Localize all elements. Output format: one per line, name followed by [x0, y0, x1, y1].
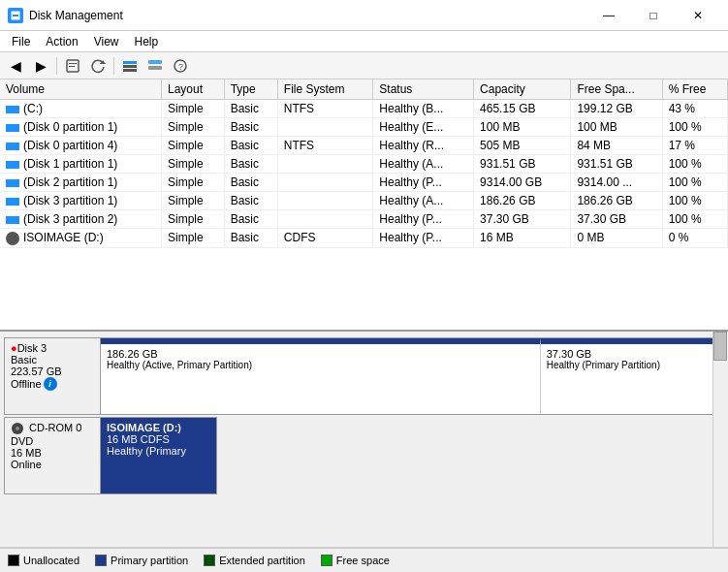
- vol-icon: [6, 198, 19, 206]
- menu-view[interactable]: View: [86, 33, 127, 50]
- disk3-info-icon[interactable]: i: [44, 377, 57, 391]
- cell-volume: (Disk 1 partition 1): [0, 155, 161, 174]
- help-button[interactable]: ?: [169, 55, 192, 77]
- volumes-table: Volume Layout Type File System Status Ca…: [0, 79, 728, 248]
- cell-free: 37.30 GB: [571, 210, 662, 229]
- disk3-p1-size: 186.26 GB: [107, 348, 534, 360]
- table-row[interactable]: (Disk 2 partition 1) Simple Basic Health…: [0, 174, 728, 192]
- properties-button[interactable]: [61, 55, 84, 77]
- scrollbar-track[interactable]: [712, 332, 728, 547]
- disk3-partition-1[interactable]: 186.26 GB Healthy (Active, Primary Parti…: [101, 338, 541, 414]
- legend-freespace: Free space: [321, 555, 390, 566]
- cell-volume: (C:): [0, 100, 161, 118]
- col-capacity[interactable]: Capacity: [474, 79, 571, 100]
- disk3-red-dot: ●: [11, 342, 17, 354]
- cell-fs: NTFS: [277, 137, 373, 155]
- cell-capacity: 505 MB: [474, 137, 571, 155]
- col-filesystem[interactable]: File System: [277, 79, 373, 100]
- cell-layout: Simple: [161, 192, 224, 210]
- table-row[interactable]: ISOIMAGE (D:) Simple Basic CDFS Healthy …: [0, 229, 728, 248]
- cell-layout: Simple: [161, 118, 224, 137]
- cell-pct: 100 %: [662, 192, 727, 210]
- svg-rect-3: [69, 63, 77, 64]
- disk3-type: Basic: [11, 354, 94, 365]
- cell-volume: ISOIMAGE (D:): [0, 229, 161, 248]
- disk3-status: Offline i: [11, 377, 94, 391]
- legend-unallocated-label: Unallocated: [23, 555, 79, 566]
- app-icon: [8, 8, 23, 23]
- table-row[interactable]: (Disk 3 partition 1) Simple Basic Health…: [0, 192, 728, 210]
- cell-pct: 0 %: [662, 229, 727, 248]
- cell-type: Basic: [224, 174, 277, 192]
- menu-file[interactable]: File: [4, 33, 38, 50]
- table-row[interactable]: (Disk 0 partition 4) Simple Basic NTFS H…: [0, 137, 728, 155]
- menu-action[interactable]: Action: [38, 33, 85, 50]
- cell-fs: [277, 210, 373, 229]
- svg-rect-7: [123, 65, 137, 68]
- disk-view-button[interactable]: [118, 55, 142, 77]
- disk-area: ●Disk 3 Basic 223.57 GB Offline i 186.26…: [0, 332, 728, 547]
- vol-icon: [6, 179, 19, 187]
- maximize-button[interactable]: □: [631, 0, 676, 31]
- cell-fs: CDFS: [277, 229, 373, 248]
- cell-capacity: 186.26 GB: [474, 192, 571, 210]
- cell-pct: 17 %: [662, 137, 727, 155]
- refresh-button[interactable]: [86, 55, 110, 77]
- cell-pct: 100 %: [662, 155, 727, 174]
- cell-status: Healthy (P...: [373, 174, 474, 192]
- disk3-partitions: 186.26 GB Healthy (Active, Primary Parti…: [101, 337, 724, 415]
- legend-freespace-label: Free space: [336, 555, 390, 566]
- cdrom0-row: CD-ROM 0 DVD 16 MB Online ISOIMAGE (D:) …: [4, 417, 724, 494]
- disk3-partition-2[interactable]: 37.30 GB Healthy (Primary Partition): [541, 338, 723, 414]
- cell-layout: Simple: [161, 155, 224, 174]
- cell-capacity: 37.30 GB: [474, 210, 571, 229]
- vol-icon: [6, 124, 19, 132]
- col-pctfree[interactable]: % Free: [662, 79, 727, 100]
- cdrom0-part-size: 16 MB CDFS: [107, 433, 210, 445]
- minimize-button[interactable]: —: [586, 0, 631, 31]
- back-button[interactable]: ◀: [4, 55, 27, 77]
- cell-free: 100 MB: [571, 118, 662, 137]
- table-row[interactable]: (C:) Simple Basic NTFS Healthy (B... 465…: [0, 100, 728, 118]
- table-row[interactable]: (Disk 1 partition 1) Simple Basic Health…: [0, 155, 728, 174]
- cell-fs: NTFS: [277, 100, 373, 118]
- col-type[interactable]: Type: [224, 79, 277, 100]
- col-volume[interactable]: Volume: [0, 79, 161, 100]
- toolbar: ◀ ▶ ?: [0, 52, 728, 79]
- scrollbar-thumb[interactable]: [713, 332, 727, 361]
- legend-extended-label: Extended partition: [219, 555, 305, 566]
- cell-volume: (Disk 0 partition 1): [0, 118, 161, 137]
- cell-layout: Simple: [161, 174, 224, 192]
- table-row[interactable]: (Disk 0 partition 1) Simple Basic Health…: [0, 118, 728, 137]
- cell-status: Healthy (P...: [373, 210, 474, 229]
- toolbar-separator-2: [113, 57, 114, 75]
- cell-layout: Simple: [161, 137, 224, 155]
- cell-volume: (Disk 2 partition 1): [0, 174, 161, 192]
- cell-capacity: 100 MB: [474, 118, 571, 137]
- svg-text:?: ?: [178, 62, 183, 72]
- col-status[interactable]: Status: [373, 79, 474, 100]
- cell-pct: 43 %: [662, 100, 727, 118]
- cell-free: 199.12 GB: [571, 100, 662, 118]
- disk-list-button[interactable]: [143, 55, 167, 77]
- svg-rect-10: [148, 66, 162, 70]
- col-layout[interactable]: Layout: [161, 79, 224, 100]
- cdrom0-partition[interactable]: ISOIMAGE (D:) 16 MB CDFS Healthy (Primar…: [101, 418, 216, 493]
- cdrom0-part-status: Healthy (Primary: [107, 445, 210, 457]
- table-area: Volume Layout Type File System Status Ca…: [0, 79, 728, 332]
- table-row[interactable]: (Disk 3 partition 2) Simple Basic Health…: [0, 210, 728, 229]
- cell-volume: (Disk 3 partition 2): [0, 210, 161, 229]
- legend-primary: Primary partition: [95, 555, 188, 566]
- cell-status: Healthy (P...: [373, 229, 474, 248]
- cell-status: Healthy (A...: [373, 155, 474, 174]
- cell-capacity: 465.15 GB: [474, 100, 571, 118]
- menu-help[interactable]: Help: [127, 33, 167, 50]
- title-bar: Disk Management — □ ✕: [0, 0, 728, 31]
- col-freespace[interactable]: Free Spa...: [571, 79, 662, 100]
- close-button[interactable]: ✕: [676, 0, 720, 31]
- forward-button[interactable]: ▶: [29, 55, 52, 77]
- legend-extended-box: [204, 555, 215, 566]
- svg-rect-6: [123, 61, 137, 64]
- cell-fs: [277, 118, 373, 137]
- main-area: Volume Layout Type File System Status Ca…: [0, 79, 728, 547]
